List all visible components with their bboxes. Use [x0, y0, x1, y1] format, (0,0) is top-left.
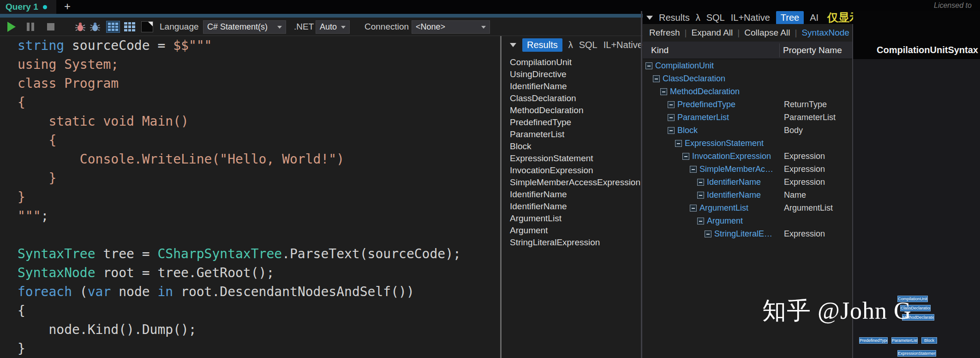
code-line[interactable]: SyntaxTree tree = CSharpSyntaxTree.Parse… — [18, 244, 500, 263]
tab-ai[interactable]: AI — [810, 12, 819, 23]
code-editor[interactable]: string sourceCode = $$"""using System;cl… — [0, 36, 500, 358]
editor-splitter[interactable] — [500, 36, 502, 358]
kind-column-header[interactable]: Kind — [651, 42, 669, 59]
pane-splitter[interactable] — [641, 11, 642, 358]
query-tab[interactable]: Query 1 — [0, 0, 56, 14]
run-button[interactable] — [7, 22, 16, 32]
collapse-icon[interactable] — [668, 101, 675, 108]
result-list-item[interactable]: StringLiteralExpression — [506, 237, 641, 249]
grid-results-alt-icon[interactable] — [124, 22, 136, 32]
tab-results[interactable]: Results — [659, 12, 690, 23]
result-list-item[interactable]: InvocationExpression — [506, 164, 641, 176]
result-list-item[interactable]: Argument — [506, 225, 641, 237]
code-line[interactable]: { — [18, 93, 500, 112]
tree-row[interactable]: Argument — [643, 214, 852, 227]
tree-row[interactable]: StringLiteralE…Expression — [643, 227, 852, 240]
refresh-button[interactable]: Refresh — [649, 28, 680, 38]
collapse-icon[interactable] — [690, 166, 697, 173]
tree-row[interactable]: ArgumentListArgumentList — [643, 201, 852, 214]
bug-red-icon[interactable] — [75, 21, 86, 34]
code-line[interactable]: class Program — [18, 74, 500, 93]
results-dropdown-icon[interactable] — [510, 43, 516, 47]
dotnet-dropdown[interactable]: Auto — [316, 20, 350, 34]
collapse-icon[interactable] — [668, 127, 675, 134]
stop-button[interactable] — [47, 23, 54, 30]
syntaxnode-filter[interactable]: SyntaxNode — [801, 28, 849, 38]
tree-row[interactable]: SimpleMemberAc…Expression — [643, 163, 852, 176]
result-list-item[interactable]: UsingDirective — [506, 68, 641, 80]
result-list-item[interactable]: MethodDeclaration — [506, 104, 641, 116]
result-list-item[interactable]: ExpressionStatement — [506, 152, 641, 164]
tab-tree[interactable]: Tree — [776, 11, 804, 24]
grid-results-icon[interactable] — [106, 21, 120, 33]
code-line[interactable]: SyntaxNode root = tree.GetRoot(); — [18, 263, 500, 282]
collapse-icon[interactable] — [697, 192, 704, 199]
tree-row[interactable]: ClassDeclaration — [643, 72, 852, 85]
code-line[interactable]: { — [18, 301, 500, 320]
result-list-item[interactable]: ArgumentList — [506, 212, 641, 225]
code-line[interactable]: Console.WriteLine("Hello, World!") — [18, 150, 500, 169]
tab-lambda[interactable]: λ — [568, 40, 573, 50]
language-value: C# Statement(s) — [207, 22, 268, 32]
code-line[interactable]: } — [18, 188, 500, 206]
tree-row[interactable]: ParameterListParameterList — [643, 111, 852, 124]
result-list-item[interactable]: Block — [506, 140, 641, 152]
result-list-item[interactable]: IdentifierName — [506, 188, 641, 200]
tab-il-native[interactable]: IL+Native — [731, 12, 770, 23]
code-line[interactable]: using System; — [18, 55, 500, 74]
collapse-icon[interactable] — [690, 205, 697, 212]
code-line[interactable]: string sourceCode = $$""" — [18, 36, 500, 55]
tree-row[interactable]: InvocationExpressionExpression — [643, 150, 852, 163]
property-name-column-header[interactable]: Property Name — [783, 42, 842, 59]
expand-all-button[interactable]: Expand All — [691, 28, 733, 38]
tab-sql[interactable]: SQL — [579, 40, 598, 50]
code-line[interactable]: } — [18, 339, 500, 358]
code-line[interactable]: """; — [18, 206, 500, 225]
code-line[interactable]: static void Main() — [18, 112, 500, 131]
linqpad-window: Query 1 + Licensed to Language C# Statem… — [0, 0, 980, 358]
result-list-item[interactable]: PredefinedType — [506, 116, 641, 128]
result-list-item[interactable]: CompilationUnit — [506, 56, 641, 68]
collapse-icon[interactable] — [682, 153, 689, 160]
pause-button[interactable] — [27, 23, 34, 31]
connection-dropdown[interactable]: <None> — [412, 20, 490, 34]
tree-row[interactable]: PredefinedTypeReturnType — [643, 98, 852, 111]
collapse-icon[interactable] — [668, 114, 675, 121]
code-line[interactable]: { — [18, 131, 500, 150]
code-line[interactable]: foreach (var node in root.DescendantNode… — [18, 282, 500, 301]
results-dropdown-icon[interactable] — [646, 16, 653, 20]
collapse-icon[interactable] — [660, 88, 667, 95]
language-dropdown[interactable]: C# Statement(s) — [203, 20, 286, 34]
result-list-item[interactable]: IdentifierName — [506, 200, 641, 212]
tree-row[interactable]: CompilationUnit — [643, 59, 852, 72]
result-list-item[interactable]: SimpleMemberAccessExpression — [506, 176, 641, 188]
collapse-icon[interactable] — [675, 140, 682, 147]
collapse-icon[interactable] — [645, 62, 652, 69]
collapse-icon[interactable] — [697, 179, 704, 186]
code-line[interactable]: } — [18, 169, 500, 188]
tree-row[interactable]: IdentifierNameExpression — [643, 176, 852, 188]
text-results-swatch-icon[interactable] — [141, 21, 153, 32]
code-line[interactable]: node.Kind().Dump(); — [18, 320, 500, 339]
tree-row[interactable]: MethodDeclaration — [643, 85, 852, 98]
bug-blue-icon[interactable] — [90, 21, 101, 34]
column-divider[interactable] — [779, 43, 780, 57]
tab-results[interactable]: Results — [522, 38, 562, 52]
tree-row[interactable]: BlockBody — [643, 124, 852, 137]
collapse-icon[interactable] — [705, 231, 711, 237]
result-list-item[interactable]: ClassDeclaration — [506, 92, 641, 104]
tab-il-native[interactable]: IL+Native — [604, 40, 643, 50]
detail-title: CompilationUnitSyntax — [877, 45, 978, 55]
collapse-icon[interactable] — [653, 75, 660, 82]
result-list-item[interactable]: IdentifierName — [506, 80, 641, 92]
collapse-icon[interactable] — [697, 218, 704, 225]
tree-row[interactable]: ExpressionStatement — [643, 137, 852, 150]
collapse-all-button[interactable]: Collapse All — [744, 28, 790, 38]
tab-sql[interactable]: SQL — [706, 12, 725, 23]
result-list-item[interactable]: ParameterList — [506, 128, 641, 140]
results-pane: Results λ SQL IL+Native CompilationUnitU… — [506, 36, 641, 358]
tab-lambda[interactable]: λ — [696, 12, 700, 23]
new-tab-button[interactable]: + — [61, 0, 74, 14]
code-line[interactable] — [18, 225, 500, 244]
tree-row[interactable]: IdentifierNameName — [643, 188, 852, 201]
